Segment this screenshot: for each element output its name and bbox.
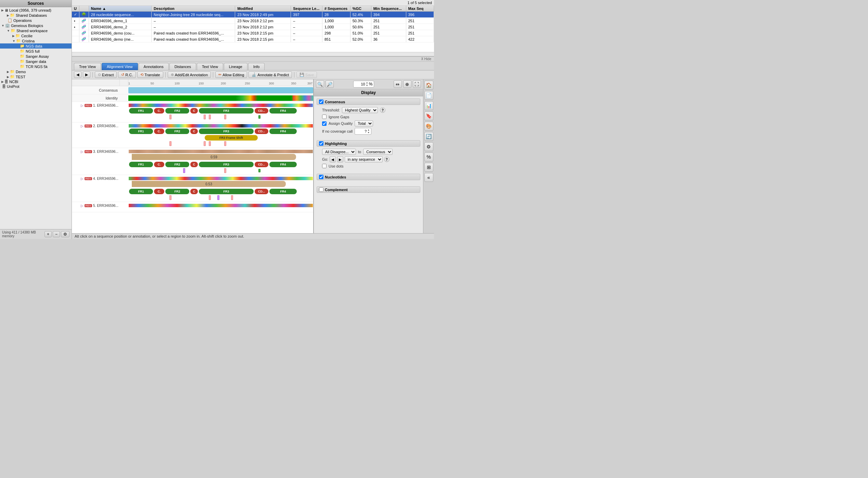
tab-text[interactable]: Text View bbox=[197, 63, 223, 70]
document-icon-button[interactable]: 📄 bbox=[424, 91, 433, 100]
zoom-magnify-button[interactable]: ⊕ bbox=[403, 80, 411, 88]
table-row[interactable]: • 🧬 ERR346596_demo_2 – 23 Nov 2018 2:12 … bbox=[72, 24, 434, 30]
add-annotation-button[interactable]: ⊕ Add/Edit Annotation bbox=[168, 71, 211, 78]
highlighting-checkbox[interactable] bbox=[319, 141, 323, 146]
table-row[interactable]: • 🧬 ERR346596_demo_1 – 23 Nov 2018 2:12 … bbox=[72, 18, 434, 24]
go-help-button[interactable]: ? bbox=[384, 157, 390, 162]
refresh-icon-button[interactable]: 🔄 bbox=[424, 132, 433, 141]
no-coverage-input[interactable] bbox=[356, 129, 367, 133]
collapse-icon-button[interactable]: « bbox=[424, 173, 433, 182]
nucleotides-checkbox[interactable] bbox=[319, 175, 323, 179]
rev-badge: REV bbox=[85, 104, 92, 107]
zoom-input[interactable] bbox=[355, 82, 365, 86]
sidebar-item-ncbi[interactable]: ▶ 🗄 NCBI bbox=[0, 79, 72, 84]
use-dots-checkbox[interactable] bbox=[322, 164, 327, 168]
ignore-gaps-checkbox[interactable] bbox=[322, 115, 327, 119]
tab-annotations[interactable]: Annotations bbox=[139, 63, 169, 70]
chart-icon-button[interactable]: 📊 bbox=[424, 101, 433, 110]
percent-icon-button[interactable]: % bbox=[424, 152, 433, 161]
sidebar-item-local[interactable]: ▶ 🖥 Local (3956, 379 unread) bbox=[0, 8, 72, 13]
home-icon-button[interactable]: 🏠 bbox=[424, 81, 433, 90]
zoom-up-arrow[interactable]: ▲ bbox=[366, 81, 368, 84]
hide-bar[interactable]: ⊼ Hide bbox=[72, 56, 434, 62]
add-source-button[interactable]: + bbox=[44, 231, 52, 237]
rc-button[interactable]: ↺ R.C. bbox=[118, 71, 136, 78]
threshold-help-button[interactable]: ? bbox=[380, 107, 385, 113]
col-gc[interactable]: %GC bbox=[350, 6, 371, 12]
col-name[interactable]: Name ▲ bbox=[89, 6, 151, 12]
spin-up[interactable]: ▲ bbox=[367, 129, 370, 131]
threshold-select[interactable]: Highest Quality bbox=[342, 107, 378, 113]
back-button[interactable]: ◀ bbox=[74, 71, 81, 78]
zoom-in-button[interactable]: 🔍 bbox=[316, 80, 324, 88]
remove-source-button[interactable]: − bbox=[53, 231, 60, 237]
alignment-ruler: 1 50 100 150 200 250 300 350 397 bbox=[72, 79, 313, 86]
annotate-predict-button[interactable]: 🔬 Annotate & Predict bbox=[248, 71, 292, 78]
consensus-content bbox=[128, 87, 313, 94]
color-icon-button[interactable]: 🎨 bbox=[424, 122, 433, 131]
translate-button[interactable]: ⟲ Translate bbox=[137, 71, 163, 78]
zoom-spinner[interactable]: ▲ ▼ bbox=[366, 81, 368, 87]
sidebar-item-label: NCBI bbox=[9, 80, 18, 84]
col-maxseq[interactable]: Max Seq bbox=[406, 6, 434, 12]
sidebar-item-ngs-full[interactable]: 📁 NGS full bbox=[0, 49, 72, 54]
sidebar-item-shared-workspace[interactable]: ▼ 📁 Shared workspace bbox=[0, 28, 72, 33]
consensus-checkbox[interactable] bbox=[319, 99, 323, 104]
tab-tree[interactable]: Tree View bbox=[74, 63, 101, 70]
fullscreen-button[interactable]: ⛶ bbox=[413, 80, 421, 88]
tab-lineage[interactable]: Lineage bbox=[224, 63, 247, 70]
sidebar-item-test[interactable]: ▶ 📁 TEST bbox=[0, 74, 72, 79]
tab-distances[interactable]: Distances bbox=[169, 63, 196, 70]
sidebar-item-tcr-ngs-5k[interactable]: 📁 TCR NGS 5k bbox=[0, 64, 72, 69]
annotation-arrow-icon: ▷ bbox=[81, 104, 84, 107]
complement-checkbox[interactable] bbox=[319, 187, 323, 192]
sidebar-item-cecilie[interactable]: ▶ 📁 Cecilie bbox=[0, 33, 72, 38]
settings-source-button[interactable]: ⚙ bbox=[61, 231, 69, 237]
spin-down[interactable]: ▼ bbox=[367, 131, 370, 134]
zoom-out-button[interactable]: 🔎 bbox=[326, 80, 334, 88]
col-description[interactable]: Description bbox=[152, 6, 235, 12]
highlighting-to-select[interactable]: Consensus bbox=[363, 149, 393, 155]
allow-editing-button[interactable]: ✏ Allow Editing bbox=[215, 71, 247, 78]
col-modified[interactable]: Modified bbox=[235, 6, 291, 12]
go-forward-button[interactable]: ▶ bbox=[337, 156, 343, 162]
col-check[interactable]: U bbox=[72, 6, 79, 12]
seq-label-3: ▷ REV 3. ERR346596... bbox=[72, 149, 120, 154]
sidebar-item-operations[interactable]: 📋 Operations bbox=[0, 18, 72, 23]
col-seqlen[interactable]: Sequence Le... bbox=[291, 6, 322, 12]
sidebar-item-sanger-data[interactable]: 📁 Sanger data bbox=[0, 59, 72, 64]
extract-button[interactable]: ⊙ Extract bbox=[95, 71, 117, 78]
sidebar-item-uniprot[interactable]: 🗄 UniProt bbox=[0, 84, 72, 89]
tab-info[interactable]: Info bbox=[248, 63, 265, 70]
in-any-sequence-select[interactable]: in any sequence bbox=[345, 156, 383, 162]
save-button[interactable]: 💾 Save bbox=[296, 71, 317, 78]
no-coverage-spinner[interactable]: ▲ ▼ bbox=[367, 129, 370, 134]
col-minseq[interactable]: Min Sequence... bbox=[371, 6, 406, 12]
table-row[interactable]: ✓ 🌳 28 nucleotide sequence... Neighbor-J… bbox=[72, 12, 434, 18]
col-numseqs[interactable]: # Sequences bbox=[322, 6, 350, 12]
cell-name: ERR346596_demo_2 bbox=[89, 24, 151, 30]
sidebar-item-geneious-biologics[interactable]: ▼ 🏢 Geneious Biologics bbox=[0, 23, 72, 28]
highlighting-from-select[interactable]: All Disagree... bbox=[322, 149, 356, 155]
gear-icon-button[interactable]: ⚙ bbox=[424, 142, 433, 151]
go-back-button[interactable]: ◀ bbox=[330, 156, 336, 162]
sidebar-item-cristina[interactable]: ▼ 📁 Cristina bbox=[0, 38, 72, 43]
assign-quality-checkbox[interactable] bbox=[322, 121, 327, 126]
sidebar-content: ▶ 🖥 Local (3956, 379 unread) ▶ 📁 Shared … bbox=[0, 7, 72, 229]
fit-width-button[interactable]: ⇔ bbox=[394, 80, 402, 88]
col-type[interactable] bbox=[79, 6, 89, 12]
file-table-scrollbar[interactable] bbox=[72, 52, 434, 56]
sidebar-item-sanger-assay[interactable]: 📁 Sanger Assay bbox=[0, 54, 72, 59]
table-row[interactable]: 🧬 ERR346596_demo (cou... Paired reads cr… bbox=[72, 30, 434, 36]
bookmark-icon-button[interactable]: 🔖 bbox=[424, 111, 433, 120]
sidebar-item-ngs-data[interactable]: 📁 NGS data bbox=[0, 43, 72, 49]
table-row[interactable]: 🧬 ERR346596_demo (me... Paired reads cre… bbox=[72, 36, 434, 42]
identity-content bbox=[128, 95, 313, 102]
settings2-icon-button[interactable]: ⊞ bbox=[424, 163, 433, 172]
sidebar-item-demo[interactable]: ▶ 📁 Demo bbox=[0, 69, 72, 74]
tab-alignment[interactable]: Alignment View bbox=[102, 63, 138, 70]
assign-quality-select[interactable]: Total bbox=[355, 120, 373, 127]
sidebar-item-shared-db[interactable]: ▶ 📁 Shared Databases bbox=[0, 13, 72, 18]
zoom-down-arrow[interactable]: ▼ bbox=[366, 84, 368, 87]
forward-button[interactable]: ▶ bbox=[83, 71, 90, 78]
